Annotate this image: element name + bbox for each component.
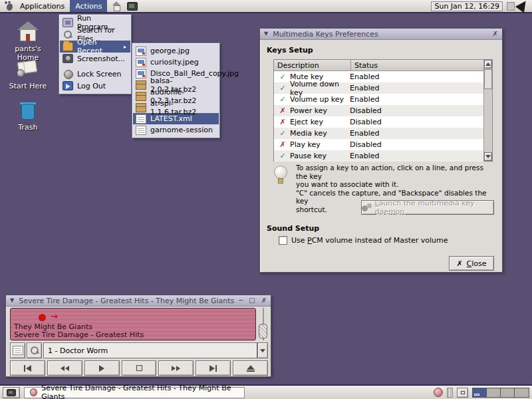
start-here-icon-label: Start Here: [5, 82, 51, 90]
desktop-icon-start-here[interactable]: Start Here: [5, 59, 51, 90]
mixer-button[interactable]: [27, 342, 42, 358]
track-selector-value[interactable]: 1 - Doctor Worm: [43, 342, 257, 358]
menu-item-lock-screen[interactable]: Lock Screen: [60, 68, 130, 80]
image-file-icon: [136, 47, 146, 56]
recent-item[interactable]: curiosity.jpeg: [133, 57, 219, 68]
actions-menu-label: Actions: [75, 2, 102, 11]
track-selector-combo[interactable]: 1 - Doctor Worm: [43, 342, 268, 358]
column-header-status[interactable]: Status: [351, 60, 492, 70]
table-row[interactable]: ✗ Play key Disabled: [274, 139, 483, 150]
minimize-icon[interactable]: ─: [237, 297, 244, 304]
workspace-1[interactable]: [473, 388, 487, 397]
tools-icon: [29, 346, 40, 355]
recent-item[interactable]: george.jpg: [133, 45, 219, 57]
panel-drag-handle-icon[interactable]: [447, 388, 453, 398]
dialog-titlebar[interactable]: ▼ Multimedia Keys Preferences ✗: [260, 29, 502, 40]
desktop-icon-home[interactable]: pants's Home: [5, 21, 51, 62]
volume-slider-handle[interactable]: [259, 324, 267, 338]
enabled-check-icon: ✓: [278, 72, 287, 81]
playlist-button[interactable]: [10, 342, 25, 358]
pcm-volume-checkbox-row[interactable]: Use PCM volume instead of Master volume: [279, 236, 448, 245]
trash-icon: [17, 100, 39, 121]
rewind-button[interactable]: [47, 360, 82, 376]
menu-actions[interactable]: Actions: [70, 0, 107, 12]
table-row[interactable]: ✓ Media key Enabled: [274, 128, 483, 139]
eject-button[interactable]: [233, 360, 268, 376]
record-indicator-icon: [39, 314, 46, 321]
pcm-volume-checkbox[interactable]: [279, 236, 287, 245]
pager-icon: [461, 391, 465, 394]
disabled-x-icon: ✗: [278, 140, 287, 149]
launch-daemon-button[interactable]: Launch the multimedia key daemon: [361, 200, 494, 215]
disabled-x-icon: ✗: [278, 118, 287, 126]
menu-item-label: Lock Screen: [77, 70, 121, 78]
camera-icon: [63, 54, 73, 63]
maximize-icon[interactable]: □: [247, 297, 256, 304]
window-menu-icon[interactable]: ▼: [263, 31, 269, 37]
start-here-icon: [17, 59, 39, 80]
scroll-down-button[interactable]: [484, 152, 492, 161]
play-button[interactable]: [84, 360, 120, 376]
table-row[interactable]: ✓ Volume up key Enabled: [274, 94, 483, 105]
player-titlebar[interactable]: ▼ Severe Tire Damage - Greatest Hits - T…: [6, 295, 271, 307]
panel-applet-icon[interactable]: [507, 2, 515, 11]
window-menu-icon[interactable]: ▼: [9, 297, 15, 304]
workspace-2[interactable]: [487, 388, 501, 397]
taskbar-window-button[interactable]: Severe Tire Damage - Greatest Hits - The…: [24, 387, 245, 398]
close-button[interactable]: ✗ Close: [449, 256, 494, 271]
row-status: Enabled: [346, 95, 379, 104]
fast-forward-button[interactable]: [158, 360, 194, 376]
column-header-description[interactable]: Description: [274, 60, 351, 70]
task-label: Severe Tire Damage - Greatest Hits - The…: [41, 384, 239, 399]
album-line: Severe Tire Damage - Greatest Hits: [14, 331, 144, 339]
row-status: Enabled: [346, 72, 379, 81]
notification-app-icon[interactable]: [434, 388, 443, 397]
player-display: → They Might Be Giants Severe Tire Damag…: [10, 308, 256, 340]
pager-button[interactable]: [457, 388, 468, 398]
recent-item[interactable]: at-spi-1.1.6.tar.bz2: [133, 102, 219, 113]
text-file-icon: [136, 126, 146, 135]
desktop-icon-trash[interactable]: Trash: [5, 100, 51, 132]
folder-open-icon: [63, 42, 73, 51]
volume-slider[interactable]: [259, 308, 268, 340]
show-desktop-button[interactable]: [3, 387, 20, 398]
table-row[interactable]: ✗ Eject key Disabled: [274, 116, 483, 128]
scroll-up-button[interactable]: [484, 60, 492, 68]
next-track-button[interactable]: [196, 360, 231, 376]
clock-applet[interactable]: Sun Jan 12, 16:29: [431, 1, 503, 11]
workspace-switcher: [472, 388, 529, 398]
menu-applications[interactable]: Applications: [15, 0, 70, 12]
multimedia-keys-dialog: ▼ Multimedia Keys Preferences ✗ Keys Set…: [259, 28, 503, 273]
workspace-3[interactable]: [501, 388, 515, 397]
recent-item[interactable]: garnome-session: [133, 124, 219, 136]
window-close-icon[interactable]: ✗: [491, 31, 499, 37]
menu-item-log-out[interactable]: Log Out: [60, 80, 130, 92]
submenu-arrow-icon: ▸: [124, 44, 126, 50]
desktop: Applications Actions Sun Jan 12, 16:29 p…: [0, 0, 532, 399]
scrollbar-thumb[interactable]: [484, 69, 492, 89]
screenshot-launcher-icon[interactable]: [127, 2, 138, 11]
home-launcher-icon[interactable]: [111, 1, 122, 11]
stop-button[interactable]: [122, 360, 157, 376]
combo-dropdown-icon[interactable]: [257, 342, 268, 358]
clock-text: Sun Jan 12, 16:29: [434, 2, 499, 11]
transport-controls: [10, 360, 268, 376]
workspace-4[interactable]: [515, 388, 529, 397]
close-icon[interactable]: ✗: [260, 297, 268, 304]
row-status: Enabled: [346, 152, 379, 160]
daemon-gears-icon: [362, 203, 371, 211]
table-row[interactable]: ✗ Power key Disabled: [274, 105, 483, 116]
menu-item-screenshot[interactable]: Screenshot...: [60, 53, 130, 65]
table-row[interactable]: ✓ Volume down key Enabled: [274, 82, 483, 94]
launch-label-rest: aunch the multimedia key daemon: [374, 199, 474, 216]
archive-file-icon: [136, 103, 146, 112]
player-title: Severe Tire Damage - Greatest Hits - The…: [19, 297, 234, 305]
previous-track-button[interactable]: [10, 360, 45, 376]
table-scrollbar[interactable]: [483, 60, 492, 161]
row-description: Play key: [287, 140, 346, 149]
music-player-window: ▼ Severe Tire Damage - Greatest Hits - T…: [5, 295, 271, 377]
row-description: Power key: [287, 106, 346, 115]
table-row[interactable]: ✓ Pause key Enabled: [274, 150, 483, 162]
pcm-checkbox-label: Use PCM volume instead of Master volume: [291, 236, 448, 245]
keys-table: Description Status ✓ Mute key Enabled ✓ …: [273, 59, 493, 162]
